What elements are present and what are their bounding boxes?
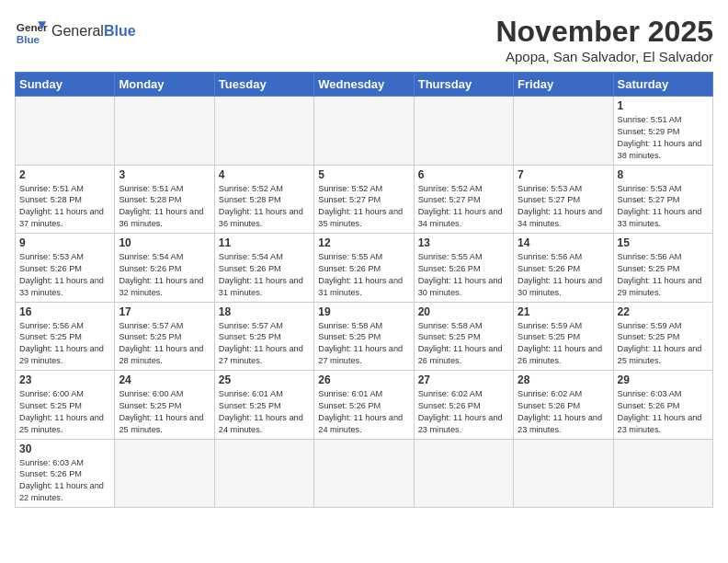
day-info: Sunrise: 5:58 AMSunset: 5:25 PMDaylight:… [418,320,509,368]
calendar-cell: 3Sunrise: 5:51 AMSunset: 5:28 PMDaylight… [115,165,214,234]
calendar-week-1: 1Sunrise: 5:51 AMSunset: 5:29 PMDaylight… [16,97,713,166]
calendar-cell: 5Sunrise: 5:52 AMSunset: 5:27 PMDaylight… [314,165,414,234]
day-info: Sunrise: 5:59 AMSunset: 5:25 PMDaylight:… [518,320,609,368]
logo-general: General [51,23,104,39]
calendar-cell: 26Sunrise: 6:01 AMSunset: 5:26 PMDayligh… [314,371,414,440]
calendar-cell: 10Sunrise: 5:54 AMSunset: 5:26 PMDayligh… [115,234,214,303]
day-info: Sunrise: 5:54 AMSunset: 5:26 PMDaylight:… [119,251,210,299]
calendar-cell [314,97,414,166]
weekday-header-tuesday: Tuesday [214,73,313,97]
day-info: Sunrise: 5:51 AMSunset: 5:28 PMDaylight:… [119,183,210,231]
svg-text:Blue: Blue [17,33,40,45]
calendar-cell: 28Sunrise: 6:02 AMSunset: 5:26 PMDayligh… [514,371,613,440]
day-number: 12 [318,236,409,249]
month-title: November 2025 [495,15,713,49]
day-number: 23 [19,373,110,386]
day-number: 24 [119,373,210,386]
calendar-week-3: 9Sunrise: 5:53 AMSunset: 5:26 PMDaylight… [16,234,713,303]
logo: General Blue GeneralBlue [15,15,136,48]
weekday-header-thursday: Thursday [414,73,513,97]
day-number: 17 [119,305,210,318]
day-info: Sunrise: 5:55 AMSunset: 5:26 PMDaylight:… [318,251,409,299]
day-number: 7 [518,168,609,181]
day-number: 15 [618,236,709,249]
calendar-cell: 6Sunrise: 5:52 AMSunset: 5:27 PMDaylight… [414,165,513,234]
calendar-cell: 15Sunrise: 5:56 AMSunset: 5:25 PMDayligh… [613,234,712,303]
day-info: Sunrise: 6:02 AMSunset: 5:26 PMDaylight:… [418,388,509,436]
day-info: Sunrise: 5:57 AMSunset: 5:25 PMDaylight:… [219,320,310,368]
day-number: 20 [418,305,509,318]
day-info: Sunrise: 6:00 AMSunset: 5:25 PMDaylight:… [19,388,110,436]
calendar-cell: 17Sunrise: 5:57 AMSunset: 5:25 PMDayligh… [115,302,214,371]
day-number: 21 [518,305,609,318]
day-number: 5 [318,168,409,181]
day-info: Sunrise: 5:56 AMSunset: 5:26 PMDaylight:… [518,251,609,299]
day-info: Sunrise: 5:59 AMSunset: 5:25 PMDaylight:… [618,320,709,368]
calendar-cell: 22Sunrise: 5:59 AMSunset: 5:25 PMDayligh… [613,302,712,371]
day-info: Sunrise: 5:54 AMSunset: 5:26 PMDaylight:… [219,251,310,299]
day-info: Sunrise: 5:53 AMSunset: 5:26 PMDaylight:… [19,251,110,299]
calendar-cell [514,97,613,166]
calendar-week-5: 23Sunrise: 6:00 AMSunset: 5:25 PMDayligh… [16,371,713,440]
calendar-cell [16,97,115,166]
day-info: Sunrise: 5:52 AMSunset: 5:27 PMDaylight:… [318,183,409,231]
calendar-week-4: 16Sunrise: 5:56 AMSunset: 5:25 PMDayligh… [16,302,713,371]
day-info: Sunrise: 6:02 AMSunset: 5:26 PMDaylight:… [518,388,609,436]
day-number: 29 [618,373,709,386]
page-header: General Blue GeneralBlue November 2025 A… [15,15,713,64]
calendar-cell: 30Sunrise: 6:03 AMSunset: 5:26 PMDayligh… [16,439,115,508]
calendar-table: SundayMondayTuesdayWednesdayThursdayFrid… [15,72,713,508]
calendar-cell: 25Sunrise: 6:01 AMSunset: 5:25 PMDayligh… [214,371,313,440]
day-number: 2 [19,168,110,181]
calendar-cell [214,97,313,166]
day-info: Sunrise: 5:58 AMSunset: 5:25 PMDaylight:… [318,320,409,368]
location-subtitle: Apopa, San Salvador, El Salvador [495,49,713,64]
day-info: Sunrise: 5:51 AMSunset: 5:28 PMDaylight:… [19,183,110,231]
weekday-header-saturday: Saturday [613,73,712,97]
calendar-cell: 24Sunrise: 6:00 AMSunset: 5:25 PMDayligh… [115,371,214,440]
calendar-cell: 16Sunrise: 5:56 AMSunset: 5:25 PMDayligh… [16,302,115,371]
weekday-header-wednesday: Wednesday [314,73,414,97]
calendar-cell: 27Sunrise: 6:02 AMSunset: 5:26 PMDayligh… [414,371,513,440]
day-number: 18 [219,305,310,318]
day-number: 25 [219,373,310,386]
calendar-cell [115,97,214,166]
calendar-week-2: 2Sunrise: 5:51 AMSunset: 5:28 PMDaylight… [16,165,713,234]
day-number: 30 [19,442,110,455]
calendar-cell: 12Sunrise: 5:55 AMSunset: 5:26 PMDayligh… [314,234,414,303]
calendar-cell: 1Sunrise: 5:51 AMSunset: 5:29 PMDaylight… [613,97,712,166]
day-info: Sunrise: 5:53 AMSunset: 5:27 PMDaylight:… [618,183,709,231]
day-number: 9 [19,236,110,249]
calendar-cell: 18Sunrise: 5:57 AMSunset: 5:25 PMDayligh… [214,302,313,371]
calendar-cell: 14Sunrise: 5:56 AMSunset: 5:26 PMDayligh… [514,234,613,303]
calendar-cell [214,439,313,508]
calendar-cell: 7Sunrise: 5:53 AMSunset: 5:27 PMDaylight… [514,165,613,234]
day-number: 14 [518,236,609,249]
day-info: Sunrise: 5:51 AMSunset: 5:29 PMDaylight:… [618,114,709,162]
day-number: 4 [219,168,310,181]
calendar-week-6: 30Sunrise: 6:03 AMSunset: 5:26 PMDayligh… [16,439,713,508]
day-info: Sunrise: 6:01 AMSunset: 5:25 PMDaylight:… [219,388,310,436]
weekday-header-monday: Monday [115,73,214,97]
calendar-cell [514,439,613,508]
day-info: Sunrise: 6:00 AMSunset: 5:25 PMDaylight:… [119,388,210,436]
weekday-header-friday: Friday [514,73,613,97]
day-number: 1 [618,99,709,112]
logo-icon: General Blue [15,15,48,48]
calendar-cell: 8Sunrise: 5:53 AMSunset: 5:27 PMDaylight… [613,165,712,234]
day-info: Sunrise: 5:57 AMSunset: 5:25 PMDaylight:… [119,320,210,368]
day-info: Sunrise: 5:52 AMSunset: 5:27 PMDaylight:… [418,183,509,231]
day-number: 13 [418,236,509,249]
logo-blue: Blue [104,23,136,39]
day-info: Sunrise: 5:56 AMSunset: 5:25 PMDaylight:… [19,320,110,368]
calendar-cell: 13Sunrise: 5:55 AMSunset: 5:26 PMDayligh… [414,234,513,303]
day-info: Sunrise: 6:03 AMSunset: 5:26 PMDaylight:… [19,457,110,505]
day-number: 10 [119,236,210,249]
day-number: 11 [219,236,310,249]
calendar-cell: 19Sunrise: 5:58 AMSunset: 5:25 PMDayligh… [314,302,414,371]
day-info: Sunrise: 5:53 AMSunset: 5:27 PMDaylight:… [518,183,609,231]
day-info: Sunrise: 5:52 AMSunset: 5:28 PMDaylight:… [219,183,310,231]
day-info: Sunrise: 6:01 AMSunset: 5:26 PMDaylight:… [318,388,409,436]
weekday-header-sunday: Sunday [16,73,115,97]
calendar-cell [414,97,513,166]
